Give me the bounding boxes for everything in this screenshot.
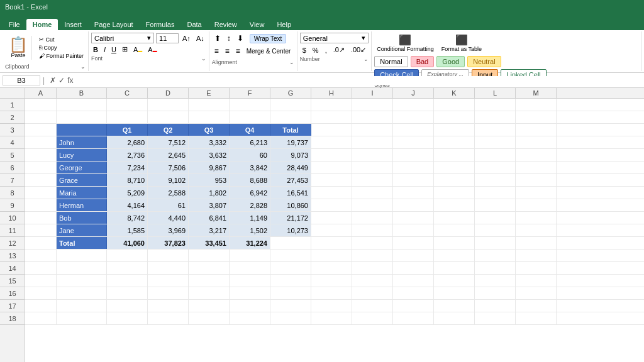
cell-A8[interactable] <box>25 187 57 199</box>
cell-M11[interactable] <box>516 224 557 236</box>
cell-H12[interactable] <box>311 237 352 249</box>
cell-G9[interactable]: 10,860 <box>270 199 311 211</box>
cell-B13[interactable] <box>57 250 107 261</box>
cell-J13[interactable] <box>393 250 434 261</box>
cell-J11[interactable] <box>393 224 434 236</box>
cell-G6[interactable]: 28,449 <box>270 162 311 173</box>
col-header-K[interactable]: K <box>434 88 475 98</box>
cell-G4[interactable]: 19,737 <box>270 136 311 148</box>
cell-L11[interactable] <box>475 224 516 236</box>
cell-M7[interactable] <box>516 174 557 186</box>
cell-M15[interactable] <box>516 275 557 287</box>
cell-A9[interactable] <box>25 199 57 211</box>
cell-J4[interactable] <box>393 136 434 148</box>
cell-G15[interactable] <box>270 275 311 287</box>
cell-J7[interactable] <box>393 174 434 186</box>
format-painter-button[interactable]: 🖌 Format Painter <box>37 52 86 60</box>
cell-I14[interactable] <box>352 262 393 274</box>
cell-E4[interactable]: 3,332 <box>189 136 230 148</box>
cell-E6[interactable]: 9,867 <box>189 162 230 173</box>
cell-B18[interactable] <box>57 312 107 324</box>
cell-F15[interactable] <box>230 275 270 287</box>
font-shrink-button[interactable]: A↓ <box>194 34 206 43</box>
cell-F3[interactable]: Q4 <box>230 124 270 136</box>
cell-C18[interactable] <box>107 312 148 324</box>
row-header-8[interactable]: 8 <box>0 187 25 199</box>
cell-K8[interactable] <box>434 187 475 199</box>
cell-G8[interactable]: 16,541 <box>270 187 311 199</box>
cell-G17[interactable] <box>270 300 311 312</box>
cell-K9[interactable] <box>434 199 475 211</box>
cell-F1[interactable] <box>230 99 270 111</box>
cell-G16[interactable] <box>270 287 311 299</box>
font-color-button[interactable]: A▬ <box>146 45 158 54</box>
cell-C9[interactable]: 4,164 <box>107 199 148 211</box>
col-header-E[interactable]: E <box>189 88 230 98</box>
cell-L10[interactable] <box>475 212 516 224</box>
cell-A1[interactable] <box>25 99 57 111</box>
row-header-6[interactable]: 6 <box>0 162 25 174</box>
cell-A5[interactable] <box>25 149 57 161</box>
cell-K4[interactable] <box>434 136 475 148</box>
normal-style-button[interactable]: Normal <box>374 56 408 67</box>
cell-B14[interactable] <box>57 262 107 274</box>
cell-E14[interactable] <box>189 262 230 274</box>
cell-J16[interactable] <box>393 287 434 299</box>
cell-E8[interactable]: 1,802 <box>189 187 230 199</box>
cell-L13[interactable] <box>475 250 516 261</box>
cell-G14[interactable] <box>270 262 311 274</box>
cell-L9[interactable] <box>475 199 516 211</box>
cell-H3[interactable] <box>311 124 352 136</box>
col-header-L[interactable]: L <box>475 88 516 98</box>
cell-G11[interactable]: 10,273 <box>270 224 311 236</box>
cell-L16[interactable] <box>475 287 516 299</box>
cell-H9[interactable] <box>311 199 352 211</box>
cell-M18[interactable] <box>516 312 557 324</box>
tab-file[interactable]: File <box>3 19 26 30</box>
cell-M14[interactable] <box>516 262 557 274</box>
cell-E9[interactable]: 3,807 <box>189 199 230 211</box>
cell-B17[interactable] <box>57 300 107 312</box>
cell-I4[interactable] <box>352 136 393 148</box>
cell-I5[interactable] <box>352 149 393 161</box>
cell-C16[interactable] <box>107 287 148 299</box>
cell-C7[interactable]: 8,710 <box>107 174 148 186</box>
row-header-5[interactable]: 5 <box>0 149 25 162</box>
cell-D2[interactable] <box>148 111 189 123</box>
cell-B10[interactable]: Bob <box>57 212 107 224</box>
formula-input[interactable] <box>75 76 641 85</box>
cell-A14[interactable] <box>25 262 57 274</box>
row-header-14[interactable]: 14 <box>0 262 25 275</box>
cut-button[interactable]: ✂ Cut <box>37 36 86 43</box>
cell-D8[interactable]: 2,588 <box>148 187 189 199</box>
cell-E16[interactable] <box>189 287 230 299</box>
align-right-button[interactable]: ≡ <box>233 45 243 57</box>
cell-G12[interactable] <box>270 237 311 249</box>
cell-B11[interactable]: Jane <box>57 224 107 236</box>
cell-M4[interactable] <box>516 136 557 148</box>
cell-D12[interactable]: 37,823 <box>148 237 189 249</box>
border-button[interactable]: ⊞ <box>120 45 130 54</box>
cell-C5[interactable]: 2,736 <box>107 149 148 161</box>
cell-B1[interactable] <box>57 99 107 111</box>
bold-button[interactable]: B <box>91 45 100 54</box>
cell-J2[interactable] <box>393 111 434 123</box>
cell-K11[interactable] <box>434 224 475 236</box>
cell-L18[interactable] <box>475 312 516 324</box>
cell-J15[interactable] <box>393 275 434 287</box>
cell-J1[interactable] <box>393 99 434 111</box>
cell-H4[interactable] <box>311 136 352 148</box>
col-header-M[interactable]: M <box>516 88 557 98</box>
cell-C17[interactable] <box>107 300 148 312</box>
cell-B4[interactable]: John <box>57 136 107 148</box>
cell-I3[interactable] <box>352 124 393 136</box>
cell-E18[interactable] <box>189 312 230 324</box>
cell-G2[interactable] <box>270 111 311 123</box>
cell-K7[interactable] <box>434 174 475 186</box>
cell-A18[interactable] <box>25 312 57 324</box>
cell-M5[interactable] <box>516 149 557 161</box>
font-name-box[interactable]: Calibri ▾ <box>91 33 154 43</box>
cell-G18[interactable] <box>270 312 311 324</box>
cell-H16[interactable] <box>311 287 352 299</box>
cell-A10[interactable] <box>25 212 57 224</box>
